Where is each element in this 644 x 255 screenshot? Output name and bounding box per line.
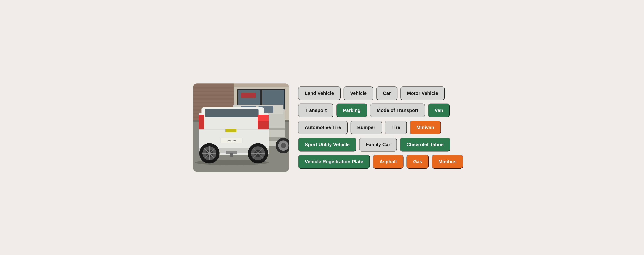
svg-rect-37	[226, 129, 236, 132]
tags-row-4: Sport Utility Vehicle Family Car Chevrol…	[298, 138, 463, 152]
tag-parking[interactable]: Parking	[336, 103, 367, 117]
svg-rect-34	[199, 115, 204, 129]
image-section: 1234 THO	[193, 83, 289, 172]
tags-row-3: Automotive Tire Bumper Tire Minivan	[298, 121, 463, 134]
tag-land-vehicle[interactable]: Land Vehicle	[298, 86, 340, 100]
tags-row-2: Transport Parking Mode of Transport Van	[298, 103, 463, 117]
tag-vehicle[interactable]: Vehicle	[344, 86, 373, 100]
tags-row-5: Vehicle Registration Plate Asphalt Gas M…	[298, 155, 463, 169]
tag-car[interactable]: Car	[376, 86, 398, 100]
svg-rect-36	[258, 115, 269, 121]
svg-rect-6	[193, 98, 234, 100]
tag-minibus[interactable]: Minibus	[432, 155, 463, 169]
svg-rect-5	[193, 94, 234, 96]
svg-point-59	[195, 160, 269, 165]
svg-rect-8	[193, 106, 234, 107]
tag-transport[interactable]: Transport	[298, 103, 334, 117]
tag-vehicle-registration-plate[interactable]: Vehicle Registration Plate	[298, 155, 370, 169]
tag-mode-of-transport[interactable]: Mode of Transport	[370, 103, 425, 117]
tag-bumper[interactable]: Bumper	[350, 121, 382, 134]
svg-text:1234 THO: 1234 THO	[227, 140, 236, 142]
svg-rect-43	[230, 153, 233, 157]
tag-van[interactable]: Van	[428, 103, 450, 117]
tag-automotive-tire[interactable]: Automotive Tire	[298, 121, 348, 134]
tag-asphalt[interactable]: Asphalt	[373, 155, 404, 169]
tag-minivan[interactable]: Minivan	[410, 121, 441, 134]
svg-rect-32	[205, 109, 258, 117]
svg-rect-42	[226, 151, 237, 154]
car-scene-svg: 1234 THO	[193, 83, 289, 172]
svg-rect-3	[193, 87, 234, 89]
svg-rect-7	[193, 102, 234, 103]
tag-chevrolet-tahoe[interactable]: Chevrolet Tahoe	[400, 138, 450, 152]
tag-gas[interactable]: Gas	[406, 155, 429, 169]
tags-row-1: Land Vehicle Vehicle Car Motor Vehicle	[298, 86, 463, 100]
svg-rect-17	[241, 93, 256, 98]
svg-point-29	[281, 143, 286, 148]
tag-motor-vehicle[interactable]: Motor Vehicle	[400, 86, 445, 100]
tag-tire[interactable]: Tire	[385, 121, 407, 134]
car-image: 1234 THO	[193, 83, 289, 172]
tag-family-car[interactable]: Family Car	[359, 138, 397, 152]
svg-rect-4	[193, 91, 234, 92]
tags-section: Land Vehicle Vehicle Car Motor Vehicle T…	[298, 86, 463, 169]
main-container: 1234 THO	[193, 83, 451, 172]
tag-sport-utility-vehicle[interactable]: Sport Utility Vehicle	[298, 138, 356, 152]
